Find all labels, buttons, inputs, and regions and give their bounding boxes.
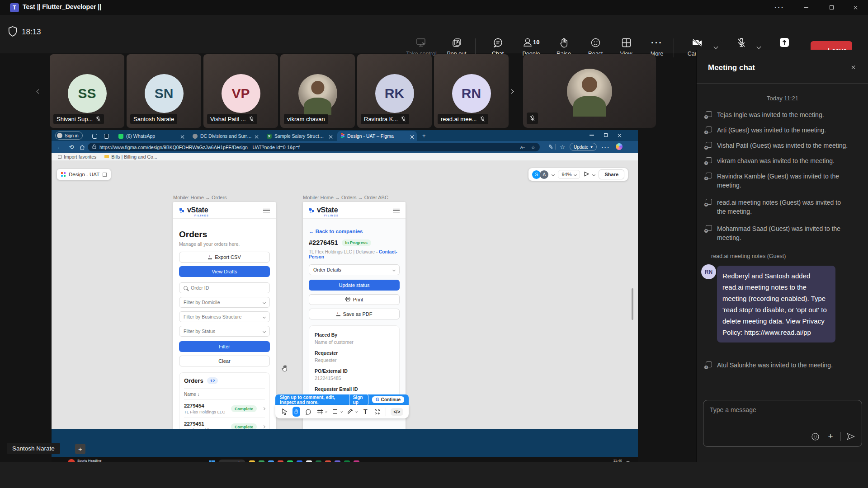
message-compose-box[interactable]: Type a message + [703, 400, 862, 447]
participant-tile[interactable]: SN Santosh Narate [127, 54, 201, 128]
frame-label[interactable]: Mobile: Home → Orders → Order ABC [303, 195, 388, 200]
figma-share-button[interactable]: Share [599, 169, 624, 179]
bookmark-folder[interactable]: Bills | Billing and Co... [104, 154, 157, 160]
google-continue-button[interactable]: GContinue [372, 396, 404, 403]
emoji-icon[interactable] [810, 431, 821, 442]
pen-tool-icon[interactable] [347, 407, 354, 417]
read-aloud-icon[interactable]: A» [520, 145, 525, 150]
filter-button[interactable]: Filter [179, 341, 270, 352]
filter-business-structure-dropdown[interactable]: Filter by Business Structure [179, 311, 270, 322]
tab-close-icon[interactable] [329, 135, 332, 138]
workspaces-icon[interactable] [92, 132, 97, 141]
attach-plus-icon[interactable]: + [825, 431, 836, 442]
browser-tab[interactable]: DC Divisions and Surroundings [189, 131, 261, 141]
participant-tile[interactable]: RK Ravindra K... [357, 54, 432, 128]
back-link[interactable]: ← Back to companies [309, 229, 400, 234]
url-bar[interactable]: https://www.figma.com/design/9BKQ0FOHRWa… [88, 143, 540, 151]
participant-name: read.ai mee... [441, 116, 477, 122]
actions-tool-icon[interactable] [374, 407, 381, 417]
participant-name: Vishal Patil ... [210, 116, 246, 122]
restore-button[interactable] [821, 0, 841, 15]
filter-status-dropdown[interactable]: Filter by Status [179, 326, 270, 337]
order-row[interactable]: 2279454TL Flex Holdings LLC Complete [184, 399, 265, 418]
participant-tile[interactable]: RN read.ai mee... [434, 54, 509, 128]
order-id-input[interactable]: Order ID [179, 282, 270, 293]
toolbar-divider [674, 38, 674, 57]
dev-mode-toggle[interactable]: </> [391, 408, 403, 416]
refresh-icon[interactable]: ⟲ [67, 143, 76, 151]
tab-close-icon[interactable] [180, 135, 184, 138]
collaborator-avatar[interactable]: A [540, 170, 548, 179]
export-csv-button[interactable]: Export CSV [179, 252, 270, 263]
tab-close-icon[interactable] [410, 135, 413, 138]
extensions-icon[interactable] [545, 143, 554, 151]
browser-profile-button[interactable]: Sign in [55, 131, 83, 140]
titlebar-more-icon[interactable]: ··· [769, 0, 789, 15]
orders-card: Orders 12 Name ↓ 2279454TL Flex Holdings… [179, 372, 270, 429]
home-icon[interactable] [78, 143, 87, 151]
menu-icon[interactable] [393, 206, 400, 214]
browser-restore-icon[interactable] [604, 133, 608, 137]
clear-button[interactable]: Clear [179, 356, 270, 366]
participant-tile[interactable]: VP Vishal Patil ... [203, 54, 278, 128]
sign-up-button[interactable]: Sign up [349, 394, 368, 406]
browser-minimize-icon[interactable] [590, 135, 594, 135]
presenter-pin-button[interactable]: + [75, 444, 85, 454]
shape-tool-icon[interactable] [331, 407, 339, 417]
comment-tool-icon[interactable] [305, 407, 312, 417]
pen-tool-chevron-icon[interactable] [355, 410, 358, 413]
move-tool-icon[interactable] [281, 407, 288, 417]
name-column-header[interactable]: Name ↓ [184, 388, 265, 397]
shape-tool-chevron-icon[interactable] [340, 410, 343, 413]
scroll-participants-left-icon[interactable] [37, 87, 40, 95]
participant-tile[interactable]: SS Shivani Sup... [50, 54, 124, 128]
copy-frame-icon[interactable] [103, 173, 107, 177]
text-tool-icon[interactable]: T [362, 407, 369, 417]
new-tab-icon[interactable]: + [422, 132, 426, 139]
present-icon[interactable] [584, 171, 589, 178]
frame-tool-chevron-icon[interactable] [325, 410, 327, 413]
camera-options-chevron-icon[interactable] [714, 42, 717, 50]
send-icon[interactable] [845, 431, 856, 442]
order-row[interactable]: 2279451TL Flex Holdings LLC Complete [184, 418, 265, 429]
chat-close-icon[interactable] [851, 64, 857, 72]
order-details-dropdown[interactable]: Order Details [309, 264, 400, 275]
back-icon[interactable]: ← [55, 143, 64, 151]
vertical-tabs-icon[interactable] [104, 132, 109, 141]
browser-tab[interactable]: (6) WhatsApp [115, 131, 187, 141]
spotlight-tile[interactable] [523, 54, 656, 128]
hand-tool-icon-active[interactable] [292, 407, 300, 417]
browser-menu-icon[interactable]: ··· [601, 143, 610, 151]
frame-label[interactable]: Mobile: Home → Orders [173, 195, 227, 200]
favorite-star-icon[interactable]: ☆ [531, 145, 535, 150]
filter-domicile-dropdown[interactable]: Filter by Domicile [179, 297, 270, 308]
bookmark-item[interactable]: Import favorites [58, 154, 96, 160]
browser-tab-active[interactable]: Design - UAT – Figma [337, 131, 417, 141]
tab-close-icon[interactable] [255, 135, 258, 138]
zoom-control[interactable]: 94% [558, 170, 580, 179]
figma-file-chip[interactable]: Design - UAT [57, 169, 111, 180]
favorites-bar-icon[interactable]: ☆ [558, 143, 567, 151]
canvas-scrollbar[interactable] [632, 288, 633, 320]
close-button[interactable] [846, 0, 866, 15]
lock-icon [92, 144, 96, 150]
minimize-button[interactable] [796, 0, 816, 15]
scroll-participants-right-icon[interactable] [510, 87, 513, 95]
participant-tile[interactable]: vikram chavan [280, 54, 355, 128]
save-as-pdf-button[interactable]: Save as PDF [309, 309, 400, 319]
mobile-frame-orders[interactable]: vStateFILINGS Orders Manage all your ord… [173, 202, 276, 429]
menu-icon[interactable] [263, 206, 270, 214]
frame-tool-icon[interactable] [316, 407, 324, 417]
update-status-button[interactable]: Update status [309, 280, 400, 291]
browser-close-icon[interactable] [618, 133, 622, 137]
copilot-icon[interactable] [616, 143, 623, 150]
avatar-photo [298, 74, 337, 113]
browser-update-button[interactable]: Update♥ [570, 143, 597, 151]
mic-options-chevron-icon[interactable] [757, 42, 760, 50]
print-button[interactable]: Print [309, 294, 400, 305]
browser-tab[interactable]: X Sample Salary Structure with calc [263, 131, 335, 141]
view-drafts-button[interactable]: View Drafts [179, 266, 270, 277]
present-chevron-icon[interactable] [592, 173, 595, 176]
collaborators-chevron-icon[interactable] [552, 173, 555, 176]
compose-placeholder[interactable]: Type a message [703, 400, 862, 419]
